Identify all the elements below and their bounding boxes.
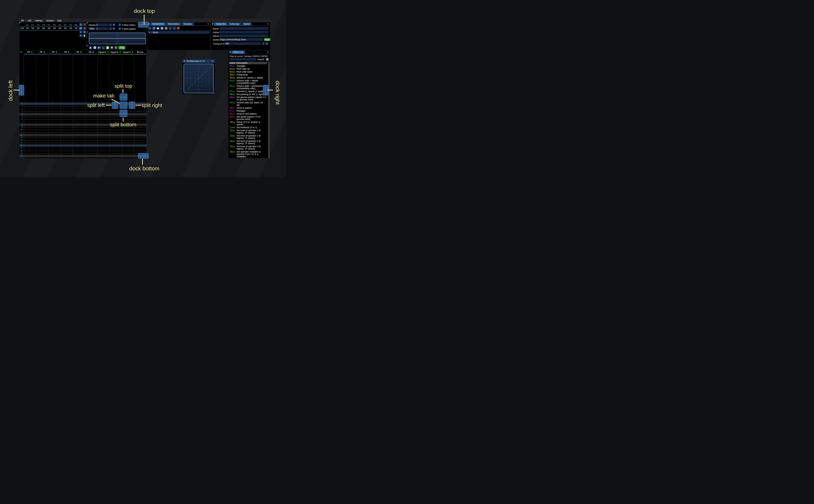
- instrument-tree-button[interactable]: [164, 27, 168, 30]
- effect-list-scrollbar[interactable]: [268, 61, 270, 158]
- pattern-cell[interactable]: [48, 150, 61, 152]
- instrument-open-button[interactable]: [156, 27, 160, 30]
- pattern-cell[interactable]: [48, 105, 61, 108]
- pattern-row-20[interactable]: 20: [19, 155, 147, 157]
- order-add-button[interactable]: +: [79, 23, 82, 26]
- pattern-cell[interactable]: [61, 121, 73, 123]
- pattern-cell[interactable]: [61, 139, 73, 142]
- pattern-cell[interactable]: [73, 108, 85, 110]
- pattern-cell[interactable]: [97, 118, 110, 121]
- effect-entry-06xy[interactable]: 06xyVolume slide + portamento (compatibi…: [229, 85, 267, 90]
- pattern-cell[interactable]: [97, 137, 110, 139]
- pattern-cell[interactable]: [122, 129, 134, 131]
- pattern-cell[interactable]: [24, 131, 36, 134]
- pattern-cell[interactable]: [73, 110, 85, 113]
- pattern-cell[interactable]: [97, 150, 110, 152]
- order-up-button[interactable]: ∧: [83, 27, 86, 30]
- instrument-move-up-button[interactable]: ↑: [168, 27, 172, 30]
- pattern-cell[interactable]: [110, 131, 122, 134]
- oscilloscope-xy-titlebar[interactable]: ▼ Oscilloscope (X-Y) ✕: [182, 60, 215, 63]
- effect-entry-05xy[interactable]: 05xyVolume slide + vibrato (compatibilit…: [229, 79, 267, 85]
- pattern-cell[interactable]: [36, 110, 48, 113]
- pattern-cell[interactable]: [61, 147, 73, 149]
- order-value-8[interactable]: 00: [68, 27, 73, 30]
- pattern-cell[interactable]: [134, 137, 146, 139]
- pattern-cell[interactable]: [85, 131, 97, 134]
- instruments-close-button[interactable]: ✕: [207, 23, 209, 25]
- pattern-cell[interactable]: [61, 105, 73, 108]
- pattern-cell[interactable]: [36, 147, 48, 149]
- pattern-cell[interactable]: [36, 150, 48, 152]
- play-from-cursor-button[interactable]: ▶: [93, 46, 97, 49]
- pattern-cell[interactable]: [85, 121, 97, 123]
- pattern-row-15[interactable]: 15: [19, 142, 147, 144]
- effect-entry-03xx[interactable]: 03xxPortamento: [229, 74, 267, 76]
- pattern-corner[interactable]: ++: [20, 51, 22, 53]
- pattern-cell[interactable]: [24, 118, 36, 121]
- channel-header-square-3[interactable]: Square 3: [122, 50, 134, 54]
- tuning-minus-button[interactable]: -: [262, 42, 265, 45]
- order-remove-button[interactable]: -: [83, 23, 86, 26]
- channel-header-fm-6[interactable]: FM 6: [85, 50, 97, 54]
- record-button[interactable]: [106, 46, 109, 49]
- metronome-button[interactable]: [110, 46, 114, 49]
- pattern-row-16[interactable]: 16: [19, 144, 147, 147]
- pattern-cell[interactable]: [97, 113, 110, 116]
- pattern-cell[interactable]: [48, 129, 61, 131]
- order-value-0[interactable]: 00: [25, 27, 30, 30]
- pattern-cell[interactable]: [48, 152, 61, 155]
- pattern-cell[interactable]: [61, 157, 73, 158]
- pattern-cell[interactable]: [73, 116, 85, 118]
- menu-help[interactable]: help: [55, 19, 63, 22]
- pattern-cell[interactable]: [73, 126, 85, 129]
- pattern-cell[interactable]: [97, 123, 110, 126]
- pattern-cell[interactable]: [61, 131, 73, 134]
- pattern-cell[interactable]: [134, 142, 146, 144]
- pattern-cell[interactable]: [24, 121, 36, 123]
- tab-samples[interactable]: Samples: [181, 22, 194, 26]
- pattern-cell[interactable]: [48, 126, 61, 129]
- pattern-row-6[interactable]: 6: [19, 118, 147, 121]
- pattern-cell[interactable]: [73, 142, 85, 144]
- pattern-cell[interactable]: [73, 118, 85, 121]
- effect-entry-13xx[interactable]: 13xxSet level of operator 2 (0 highest, …: [229, 134, 267, 140]
- pattern-cell[interactable]: [36, 155, 48, 157]
- octave-input[interactable]: 3: [95, 23, 109, 26]
- pattern-panel[interactable]: ++ FM 1FM 2FM 3FM 4FM 5FM 6Square 1Squar…: [19, 50, 147, 158]
- pattern-cell[interactable]: [24, 137, 36, 139]
- pattern-cell[interactable]: [24, 105, 36, 108]
- order-duplicate-button[interactable]: [79, 27, 82, 30]
- octave-minus-button[interactable]: -: [109, 23, 112, 26]
- order-value-2[interactable]: 00: [36, 27, 41, 30]
- pattern-cell[interactable]: [24, 152, 36, 155]
- pattern-cell[interactable]: [61, 110, 73, 113]
- pattern-cell[interactable]: [36, 108, 48, 110]
- pattern-cell[interactable]: [110, 155, 122, 157]
- step-row-button[interactable]: ↓: [102, 46, 105, 49]
- pattern-row-2[interactable]: 2: [19, 108, 147, 110]
- make-tab-target[interactable]: [120, 102, 127, 109]
- pattern-row-14[interactable]: 14: [19, 139, 147, 142]
- order-change-mode-button[interactable]: ϟ: [79, 34, 82, 37]
- tab-instruments[interactable]: Instruments: [150, 22, 166, 26]
- pattern-cell[interactable]: [36, 102, 48, 105]
- pattern-cell[interactable]: [134, 118, 146, 121]
- pattern-cell[interactable]: [97, 121, 110, 123]
- split-left-target[interactable]: [112, 102, 118, 109]
- pattern-cell[interactable]: [110, 144, 122, 147]
- step-label[interactable]: Step: [88, 27, 95, 30]
- pattern-cell[interactable]: [73, 137, 85, 139]
- channel-header-square-2[interactable]: Square 2: [110, 50, 122, 54]
- effect-entry-00xy[interactable]: 00xyArpeggio: [229, 65, 267, 68]
- pattern-cell[interactable]: [122, 152, 134, 155]
- order-value-9[interactable]: 00: [74, 27, 79, 30]
- pattern-cell[interactable]: [73, 105, 85, 108]
- pattern-cell[interactable]: [134, 134, 146, 136]
- instrument-move-down-button[interactable]: ↓: [172, 27, 176, 30]
- collapse-icon[interactable]: ▼: [184, 60, 185, 62]
- pattern-cell[interactable]: [36, 126, 48, 129]
- order-row-number[interactable]: 00: [20, 27, 25, 30]
- pattern-cell[interactable]: [97, 126, 110, 129]
- pattern-cell[interactable]: [61, 129, 73, 131]
- pattern-cell[interactable]: [85, 150, 97, 152]
